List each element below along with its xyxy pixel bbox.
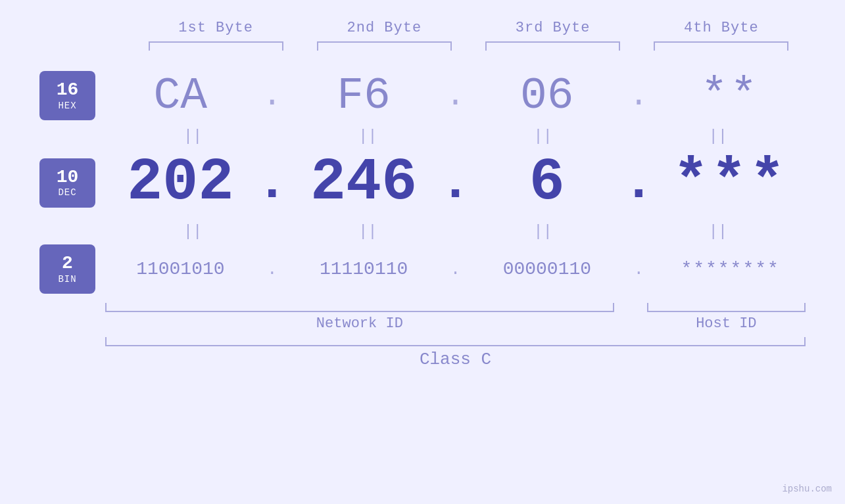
top-brackets (39, 41, 806, 51)
bin-badge-label: BIN (58, 274, 76, 285)
byte-headers: 1st Byte 2nd Byte 3rd Byte 4th Byte (39, 20, 806, 36)
class-label-row: Class C (39, 350, 806, 369)
hex-dot2: . (439, 77, 472, 114)
hex-values: CA . F6 . 06 . ** (105, 70, 806, 121)
dec-badge: 10 DEC (39, 158, 95, 208)
eq1: || (105, 127, 280, 145)
byte4-header: 4th Byte (637, 20, 806, 36)
bin-byte4: ******** (655, 259, 806, 279)
eq2: || (280, 127, 455, 145)
hex-row: 16 HEX CA . F6 . 06 . ** (39, 70, 806, 121)
eq4: || (631, 127, 806, 145)
bracket-cell-3 (469, 41, 637, 51)
bracket-cell-4 (637, 41, 806, 51)
hex-byte2: F6 (289, 70, 439, 121)
bracket-2 (317, 41, 452, 51)
dec-dot1: . (256, 153, 289, 213)
bin-byte3: 00000110 (472, 259, 623, 279)
bin-byte1: 11001010 (105, 259, 256, 279)
hex-byte4: ** (655, 70, 806, 121)
byte3-header: 3rd Byte (469, 20, 637, 36)
hex-dot1: . (256, 77, 289, 114)
eq5: || (105, 223, 280, 241)
bin-row: 2 BIN 11001010 . 11110110 . 00000110 . (39, 244, 806, 294)
eq7: || (456, 223, 631, 241)
dec-byte4: *** (655, 149, 806, 216)
dec-badge-number: 10 (57, 168, 79, 188)
eq6: || (280, 223, 455, 241)
bracket-3 (485, 41, 620, 51)
dec-byte1: 202 (105, 149, 256, 216)
bin-dot2: . (439, 260, 472, 279)
hex-dot3: . (622, 77, 655, 114)
bracket-cell-2 (300, 41, 468, 51)
bracket-4 (654, 41, 788, 51)
equals-row-2: || || || || (39, 223, 806, 241)
equals-row-1: || || || || (39, 127, 806, 145)
bottom-brackets-network-host (39, 303, 806, 312)
hex-byte3: 06 (472, 70, 623, 121)
dec-byte2: 246 (289, 149, 439, 216)
dec-byte3: 6 (472, 149, 623, 216)
hex-badge: 16 HEX (39, 71, 95, 120)
id-labels: Network ID Host ID (39, 315, 806, 332)
host-bracket (647, 303, 806, 312)
class-bracket (105, 337, 806, 346)
bin-dot3: . (622, 260, 655, 279)
dec-values: 202 . 246 . 6 . *** (105, 149, 806, 216)
bracket-1 (149, 41, 283, 51)
bin-byte2: 11110110 (289, 259, 439, 279)
dec-dot3: . (622, 153, 655, 213)
dec-badge-label: DEC (58, 187, 76, 198)
watermark: ipshu.com (782, 484, 832, 494)
hex-badge-label: HEX (58, 101, 76, 111)
bin-badge: 2 BIN (39, 244, 95, 294)
eq8: || (631, 223, 806, 241)
host-id-label: Host ID (647, 315, 806, 332)
hex-byte1: CA (105, 70, 256, 121)
bin-badge-number: 2 (62, 254, 73, 274)
byte2-header: 2nd Byte (300, 20, 468, 36)
bin-dot1: . (256, 260, 289, 279)
byte1-header: 1st Byte (132, 20, 300, 36)
class-bracket-row (39, 337, 806, 346)
bin-values: 11001010 . 11110110 . 00000110 . *******… (105, 259, 806, 279)
class-label: Class C (105, 350, 806, 369)
network-id-label: Network ID (105, 315, 614, 332)
bracket-cell-1 (132, 41, 300, 51)
eq3: || (456, 127, 631, 145)
hex-badge-number: 16 (57, 80, 79, 101)
dec-dot2: . (439, 153, 472, 213)
id-label-gap (614, 315, 647, 332)
dec-row: 10 DEC 202 . 246 . 6 . *** (39, 149, 806, 216)
network-bracket (105, 303, 614, 312)
